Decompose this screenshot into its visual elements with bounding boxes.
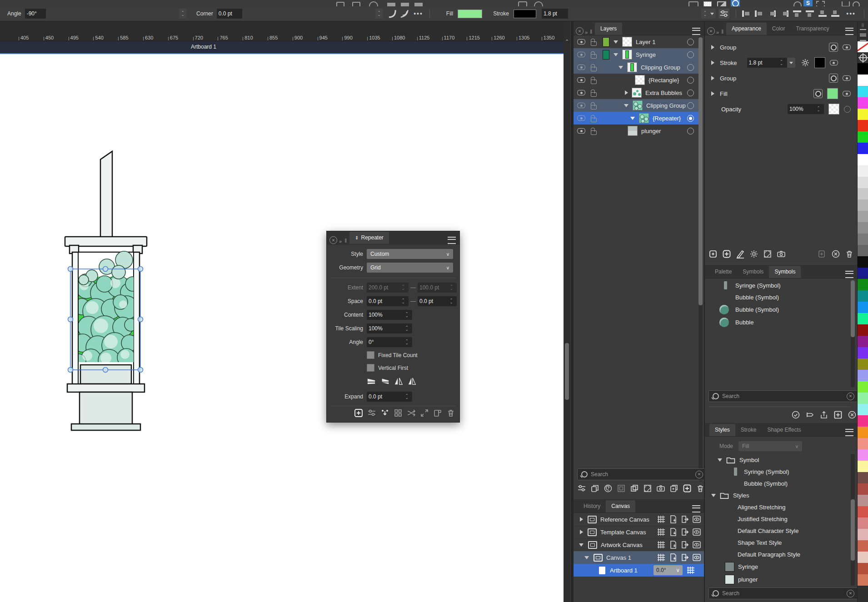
- gear-icon[interactable]: [801, 58, 810, 67]
- color-swatch[interactable]: [858, 415, 868, 427]
- gear-icon[interactable]: [749, 249, 758, 259]
- visibility-eye-icon[interactable]: [577, 103, 585, 108]
- extent-width-input[interactable]: 200.0 pt: [367, 283, 409, 293]
- lock-icon[interactable]: [591, 41, 597, 46]
- style-name[interactable]: plunger: [738, 576, 758, 583]
- lock-icon[interactable]: [591, 105, 597, 109]
- align-top-icon[interactable]: [793, 10, 801, 17]
- color-swatch[interactable]: [858, 86, 868, 97]
- appearance-row-group[interactable]: Group: [705, 70, 857, 86]
- color-swatch[interactable]: [858, 381, 868, 393]
- expand-arrow-icon[interactable]: [711, 60, 714, 65]
- shuffle-icon[interactable]: [407, 408, 416, 418]
- toolbar-icon[interactable]: [816, 1, 825, 6]
- expand-all-icon[interactable]: [420, 408, 429, 418]
- style-item[interactable]: Default Paragraph Style: [705, 548, 853, 560]
- visibility-eye-icon[interactable]: [577, 52, 585, 57]
- registration-color-swatch[interactable]: [858, 52, 868, 63]
- style-item[interactable]: plunger: [705, 573, 853, 586]
- stroke-width-input[interactable]: 1.8 pt: [747, 58, 787, 68]
- appearance-row-opacity[interactable]: Opacity 100%: [705, 101, 857, 117]
- stroke-color-swatch[interactable]: [814, 57, 825, 68]
- visibility-eye-icon[interactable]: [577, 65, 585, 70]
- layer-target-icon[interactable]: [687, 39, 694, 45]
- distribute-v-icon[interactable]: [831, 10, 839, 17]
- pen-icon[interactable]: [736, 249, 745, 259]
- symbol-name[interactable]: Bubble (Symbol): [735, 294, 779, 301]
- preview-eye-icon[interactable]: [692, 540, 701, 549]
- toolbar-icon[interactable]: [534, 1, 543, 6]
- syringe-artwork[interactable]: [64, 148, 150, 443]
- styles-search-field[interactable]: Search: [708, 587, 858, 599]
- color-swatch[interactable]: [858, 438, 868, 449]
- symbol-item[interactable]: Syringe (Symbol): [705, 279, 853, 291]
- more-align-icon[interactable]: •••: [846, 10, 856, 17]
- symbol-item[interactable]: Bubble (Symbol): [705, 303, 853, 316]
- expand-arrow-icon[interactable]: [580, 530, 583, 534]
- grid-icon[interactable]: [657, 540, 666, 549]
- trash-icon[interactable]: [446, 408, 455, 418]
- layer-target-active-icon[interactable]: [687, 115, 694, 122]
- style-name[interactable]: Bubble (Symbol): [744, 480, 788, 487]
- style-name[interactable]: Default Character Style: [738, 527, 798, 534]
- symbols-scrollbar[interactable]: [851, 280, 855, 387]
- tab-symbols-2[interactable]: Symbols: [769, 266, 801, 278]
- tab-appearance[interactable]: Appearance: [726, 23, 767, 35]
- style-name[interactable]: Default Paragraph Style: [738, 551, 800, 558]
- layer-row[interactable]: Clipping Group: [574, 61, 699, 74]
- color-swatch[interactable]: [858, 370, 868, 381]
- panel-menu-icon[interactable]: [845, 28, 853, 35]
- tile-scaling-input[interactable]: 100%: [367, 323, 412, 333]
- layer-target-icon[interactable]: [687, 90, 694, 96]
- color-swatch[interactable]: [858, 302, 868, 313]
- stroke-width-input[interactable]: 1.8 pt: [542, 9, 568, 19]
- styles-scroll-thumb[interactable]: [851, 499, 855, 561]
- panel-grip[interactable]: [721, 29, 723, 35]
- add-repeater-icon[interactable]: [354, 408, 363, 418]
- opacity-input[interactable]: 100%: [788, 104, 824, 114]
- add-icon[interactable]: [722, 249, 731, 259]
- lock-icon[interactable]: [591, 54, 597, 59]
- style-item[interactable]: Bubble (Symbol): [705, 478, 853, 489]
- align-right-icon[interactable]: [768, 10, 776, 17]
- corner-round-icon[interactable]: [387, 8, 399, 20]
- layer-thumbnail[interactable]: [628, 126, 638, 136]
- layer-row[interactable]: {Rectangle}: [574, 74, 699, 86]
- style-item[interactable]: Syringe: [705, 560, 853, 573]
- visibility-eye-icon[interactable]: [577, 115, 585, 121]
- align-center-h-icon[interactable]: [755, 10, 763, 17]
- mask-icon[interactable]: [829, 74, 838, 83]
- add-style-icon[interactable]: [833, 410, 843, 419]
- flip-horizontal-b-icon[interactable]: [380, 377, 389, 386]
- search-clear-icon[interactable]: [847, 393, 854, 400]
- panel-collapse-icon[interactable]: [716, 30, 719, 35]
- layer-row[interactable]: plunger: [574, 124, 699, 137]
- layer-thumbnail[interactable]: [622, 50, 632, 60]
- export-page-icon[interactable]: [680, 515, 689, 524]
- export-page-icon[interactable]: [680, 527, 689, 537]
- stroke-width-dropdown-icon[interactable]: [708, 9, 716, 19]
- toolbar-icon[interactable]: [352, 2, 360, 6]
- panel-menu-icon[interactable]: [448, 237, 456, 244]
- tune-icon[interactable]: [367, 408, 376, 418]
- fill-color-swatch[interactable]: [827, 88, 838, 99]
- color-swatch[interactable]: [858, 177, 868, 188]
- extent-height-input[interactable]: 100.0 pt: [418, 283, 457, 293]
- flip-vertical-b-icon[interactable]: [408, 377, 417, 386]
- layer-target-icon[interactable]: [687, 128, 694, 134]
- spiral-icon[interactable]: [604, 484, 613, 493]
- toolbar-icon[interactable]: [369, 1, 378, 6]
- color-swatch[interactable]: [858, 495, 868, 506]
- layers-tab[interactable]: Layers: [595, 23, 622, 35]
- opacity-swatch[interactable]: [828, 104, 839, 114]
- expand-input[interactable]: 0.0 pt: [367, 392, 412, 402]
- color-swatch[interactable]: [858, 461, 868, 472]
- color-swatch[interactable]: [858, 268, 868, 279]
- layers-scroll-thumb[interactable]: [698, 37, 703, 305]
- color-swatch[interactable]: [858, 336, 868, 347]
- align-bottom-icon[interactable]: [818, 10, 827, 17]
- stroke-width-stepper[interactable]: [701, 9, 708, 19]
- visibility-eye-icon[interactable]: [843, 45, 851, 50]
- color-swatch[interactable]: [858, 358, 868, 370]
- tab-symbols-1[interactable]: Symbols: [737, 266, 769, 278]
